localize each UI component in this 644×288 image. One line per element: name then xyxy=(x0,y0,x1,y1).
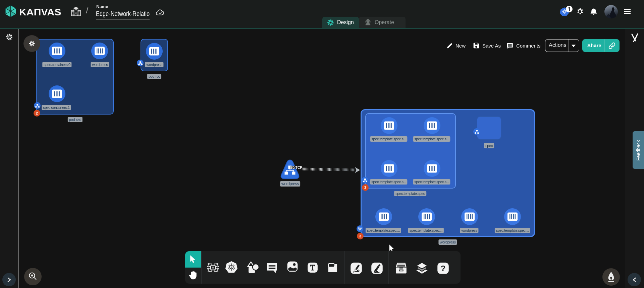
svg-text:?: ? xyxy=(440,264,445,273)
svg-text:80/TCP: 80/TCP xyxy=(291,166,302,169)
